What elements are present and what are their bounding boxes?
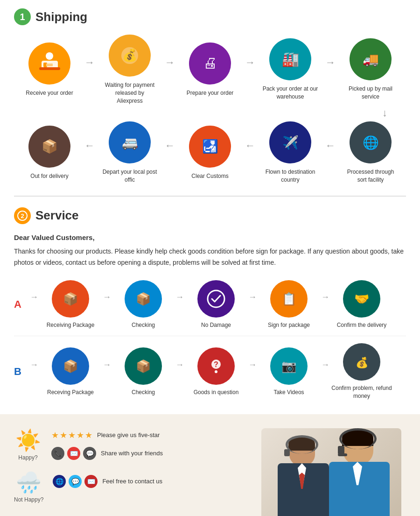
flow-item-depart: 🚐 Depart your local post offic	[97, 121, 162, 184]
receive-circle	[28, 42, 70, 85]
row-b-label: B	[14, 366, 28, 378]
arrow-2: →	[162, 57, 177, 69]
arrow-b-1: →	[101, 360, 113, 370]
s-label-check-b: Checking	[132, 389, 155, 396]
arrow-b-4: →	[319, 360, 331, 370]
s-item-recv-a: 📦 Receiving Package	[40, 280, 101, 329]
s-label-check-a: Checking	[132, 321, 155, 329]
shipping-header: 1 Shipping	[0, 0, 420, 30]
contact-text: Feel free to contact us	[102, 478, 162, 485]
arrow-b-2: →	[174, 360, 186, 370]
s-circle-goods-q: ?	[197, 347, 235, 385]
processed-circle: 🌐	[350, 121, 392, 163]
service-desc: Thanks for choosing our products. Please…	[14, 246, 406, 269]
s-label-goods-q: Goods in question	[194, 389, 239, 396]
receive-label: Receive your order	[26, 89, 73, 97]
flow-item-waiting: 💰 Waiting for payment released by Aliexp…	[97, 35, 162, 105]
svg-text:🚚: 🚚	[362, 52, 378, 67]
prepare-circle: 🖨	[189, 42, 231, 85]
s-label-confirm-delivery: Confirm the delivery	[337, 321, 387, 329]
pickup-circle: 🚚	[350, 38, 392, 80]
s-circle-recv-b: 📦	[52, 347, 89, 385]
s-item-confirm-problem: 💰 Confirm problem, refund money	[331, 343, 392, 400]
s-item-goods-q: ? Goods in question	[186, 347, 246, 396]
svg-point-26	[215, 370, 217, 373]
svg-rect-4	[46, 64, 53, 66]
svg-text:📷: 📷	[281, 359, 297, 374]
contact-icon-3: ✉️	[84, 475, 98, 488]
customs-label: Clear Customs	[191, 172, 228, 180]
arrow-b-3: →	[246, 360, 259, 370]
depart-circle: 🚐	[109, 121, 151, 163]
s-circle-recv-a: 📦	[52, 280, 89, 318]
svg-text:?: ?	[214, 360, 218, 368]
depart-label: Depart your local post offic	[102, 168, 158, 184]
arrow-a-3: →	[246, 292, 259, 302]
svg-text:🏭: 🏭	[281, 51, 299, 68]
prepare-label: Prepare your order	[187, 89, 234, 97]
star-2: ★	[60, 430, 67, 440]
svg-point-19	[208, 290, 224, 307]
waiting-label: Waiting for payment released by Aliexpre…	[102, 81, 158, 105]
s-circle-videos: 📷	[270, 347, 308, 385]
section-divider-1	[14, 196, 406, 197]
flow-item-flown: ✈️ Flown to destination country	[258, 121, 323, 184]
s-label-nodamage: No Damage	[201, 321, 231, 329]
s-circle-check-b: 📦	[125, 347, 162, 385]
contact-icon-2: 💬	[69, 475, 82, 488]
flow-item-processed: 🌐 Processed through sort facility	[338, 121, 403, 184]
svg-text:📋: 📋	[281, 291, 297, 306]
cloud-icon: 🌧️	[15, 470, 43, 495]
svg-text:✈️: ✈️	[282, 135, 298, 150]
out-delivery-circle: 📦	[28, 126, 70, 168]
service-section: 2 Service Dear Valued Customers, Thanks …	[0, 199, 420, 414]
arrow-a-1: →	[101, 292, 113, 302]
flow-item-customs: 🛃 Clear Customs	[177, 126, 243, 180]
s-label-recv-a: Receiving Package	[47, 321, 95, 329]
flow-item-pack: 🏭 Pack your order at our warehouse	[258, 38, 323, 101]
svg-text:📦: 📦	[63, 359, 78, 374]
star-3: ★	[68, 430, 76, 440]
shipping-row-1: Receive your order → 💰 Waiting for payme…	[9, 35, 411, 105]
out-delivery-label: Out for delivery	[30, 172, 68, 180]
processed-label: Processed through sort facility	[343, 168, 399, 184]
cs-image-area	[257, 428, 406, 516]
arrow-r2: ←	[162, 140, 177, 152]
row-a-label: A	[14, 298, 28, 311]
pack-label: Pack your order at our warehouse	[262, 85, 318, 101]
email-icon: ✉️	[67, 447, 80, 460]
phone-icon: 📞	[51, 447, 64, 460]
arrow-r4: ←	[323, 140, 338, 152]
star-rating: ★ ★ ★ ★ ★	[51, 430, 92, 440]
star-1: ★	[51, 430, 59, 440]
service-number: 2	[14, 207, 31, 224]
shipping-row-2: 📦 Out for delivery ← 🚐 Depart your local…	[9, 121, 411, 184]
star-4: ★	[77, 430, 84, 440]
s-item-recv-b: 📦 Receving Package	[40, 347, 101, 396]
s-item-check-a: 📦 Checking	[113, 280, 174, 329]
service-header: 2 Service	[0, 199, 420, 229]
arrow-down: ↓	[9, 107, 411, 119]
service-divider	[14, 336, 406, 336]
svg-text:💰: 💰	[356, 356, 369, 369]
arrow-4: →	[323, 57, 338, 69]
s-label-sign: Sign for package	[268, 321, 310, 329]
svg-text:📦: 📦	[136, 359, 151, 374]
svg-text:📦: 📦	[136, 291, 151, 306]
pickup-label: Picked up by mail service	[343, 85, 399, 101]
arrow-1: →	[82, 57, 97, 69]
arrow-r1: ←	[82, 140, 97, 152]
customs-circle: 🛃	[189, 126, 231, 168]
shipping-section: 1 Shipping Receive your order	[0, 0, 420, 193]
flow-item-out-delivery: 📦 Out for delivery	[17, 126, 82, 180]
svg-rect-2	[39, 67, 60, 70]
svg-text:📦: 📦	[41, 139, 57, 154]
flow-item-pickup: 🚚 Picked up by mail service	[338, 38, 403, 101]
flow-item-receive: Receive your order	[17, 42, 82, 97]
svg-text:🚐: 🚐	[121, 135, 138, 150]
svg-text:📦: 📦	[63, 291, 78, 306]
share-text: Share with your friends	[101, 450, 163, 457]
arrow-r3: ←	[243, 140, 258, 152]
s-item-sign: 📋 Sign for package	[259, 280, 319, 329]
star-5: ★	[85, 430, 92, 440]
